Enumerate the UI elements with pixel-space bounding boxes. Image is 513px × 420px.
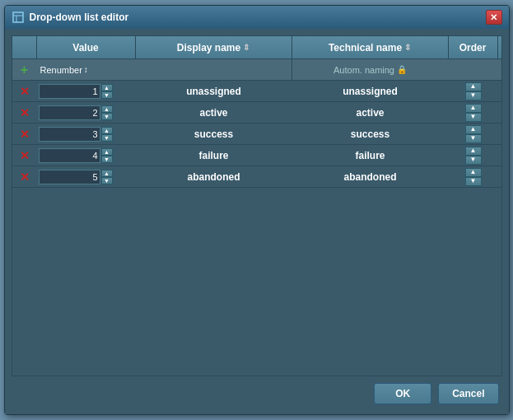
content-area: Value Display name Technical name Order … [5,29,509,414]
order-down-1[interactable]: ▼ [465,91,482,100]
order-down-4[interactable]: ▼ [465,156,482,165]
display-cell-1: unassigned [136,86,292,97]
spin-down-3[interactable]: ▼ [101,134,113,142]
table-row: ✕ ▲ ▼ unassigned unassigned ▲ ▼ [12,81,501,102]
delete-icon: ✕ [20,86,30,97]
order-up-3[interactable]: ▲ [465,125,482,134]
autonaming-label: Autom. naming 🔒 [292,65,449,75]
technical-cell-2: active [292,107,449,119]
toolbar-row: + Renumber ↕ Autom. naming 🔒 [12,59,501,81]
order-cell-5: ▲ ▼ [449,168,498,186]
technical-cell-3: success [292,128,449,140]
value-spinner-3: ▲ ▼ [101,127,113,142]
spin-up-2[interactable]: ▲ [101,105,113,113]
value-spinner-4: ▲ ▼ [101,148,113,163]
value-spinner-2: ▲ ▼ [101,105,113,120]
cancel-button[interactable]: Cancel [438,383,498,404]
footer: OK Cancel [12,376,502,408]
table-row: ✕ ▲ ▼ failure failure ▲ ▼ [12,145,501,166]
table-header: Value Display name Technical name Order [12,36,501,59]
order-up-4[interactable]: ▲ [465,147,482,156]
value-spinner-5: ▲ ▼ [101,170,113,184]
spin-down-2[interactable]: ▼ [101,113,113,120]
value-cell-3: ▲ ▼ [37,127,136,142]
main-window: Drop-down list editor ✕ Value Display na… [4,5,510,415]
order-down-5[interactable]: ▼ [465,177,482,186]
delete-icon: ✕ [20,150,30,161]
delete-row-1-button[interactable]: ✕ [12,86,37,97]
order-down-2[interactable]: ▼ [465,113,482,122]
spin-up-4[interactable]: ▲ [101,148,113,156]
order-up-2[interactable]: ▲ [465,104,482,113]
value-cell-5: ▲ ▼ [37,170,136,184]
order-cell-1: ▲ ▼ [449,82,498,100]
title-bar: Drop-down list editor ✕ [5,6,509,29]
display-cell-5: abandoned [136,171,292,183]
ok-button[interactable]: OK [374,383,431,404]
technical-cell-4: failure [292,150,449,161]
delete-row-5-button[interactable]: ✕ [12,171,37,183]
add-row-button[interactable]: + [12,63,37,77]
delete-row-3-button[interactable]: ✕ [12,128,37,140]
renumber-button[interactable]: Renumber ↕ [37,65,136,75]
value-input-3[interactable] [39,127,100,142]
order-cell-4: ▲ ▼ [449,147,498,165]
delete-icon: ✕ [20,128,30,140]
header-delete [12,36,37,58]
technical-cell-5: abandoned [292,171,449,183]
svg-rect-0 [13,12,23,22]
header-technical[interactable]: Technical name [292,36,449,58]
delete-row-2-button[interactable]: ✕ [12,107,37,119]
header-display[interactable]: Display name [136,36,292,58]
value-cell-1: ▲ ▼ [37,84,136,99]
order-up-5[interactable]: ▲ [465,168,482,177]
table-row: ✕ ▲ ▼ success success ▲ ▼ [12,124,501,145]
window-title: Drop-down list editor [30,12,486,23]
spin-down-4[interactable]: ▼ [101,156,113,163]
value-cell-2: ▲ ▼ [37,105,136,120]
value-input-4[interactable] [39,148,100,163]
value-input-5[interactable] [39,170,100,184]
value-input-1[interactable] [39,84,100,99]
header-value: Value [37,36,136,58]
order-down-3[interactable]: ▼ [465,134,482,143]
technical-cell-1: unassigned [292,86,449,97]
table-row: ✕ ▲ ▼ abandoned abandoned ▲ ▼ [12,166,501,188]
data-table: Value Display name Technical name Order … [12,35,502,376]
close-button[interactable]: ✕ [486,10,502,25]
delete-icon: ✕ [20,171,30,183]
display-cell-2: active [136,107,292,119]
spin-up-1[interactable]: ▲ [101,84,113,91]
spin-up-5[interactable]: ▲ [101,170,113,177]
value-cell-4: ▲ ▼ [37,148,136,163]
value-spinner-1: ▲ ▼ [101,84,113,99]
delete-icon: ✕ [20,107,30,119]
window-icon [12,11,25,24]
table-row: ✕ ▲ ▼ active active ▲ ▼ [12,102,501,124]
order-cell-2: ▲ ▼ [449,104,498,122]
header-order: Order [449,36,498,58]
display-cell-4: failure [136,150,292,161]
order-up-1[interactable]: ▲ [465,82,482,91]
order-cell-3: ▲ ▼ [449,125,498,143]
value-input-2[interactable] [39,105,100,120]
spin-down-1[interactable]: ▼ [101,91,113,99]
delete-row-4-button[interactable]: ✕ [12,150,37,161]
display-cell-3: success [136,128,292,140]
spin-up-3[interactable]: ▲ [101,127,113,134]
spin-down-5[interactable]: ▼ [101,177,113,184]
